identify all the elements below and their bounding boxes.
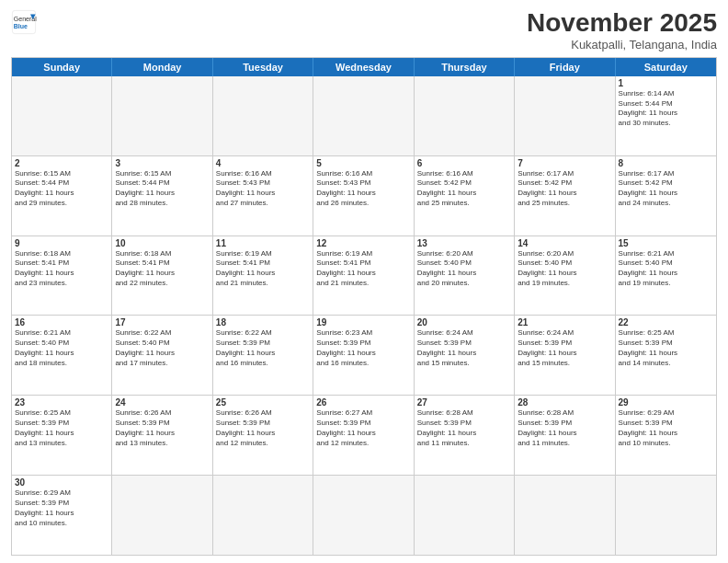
day-number: 17 bbox=[115, 317, 209, 327]
page: General Blue November 2025 Kukatpalli, T… bbox=[0, 0, 728, 563]
day-info: Sunrise: 6:25 AM Sunset: 5:39 PM Dayligh… bbox=[619, 328, 713, 368]
day-info: Sunrise: 6:14 AM Sunset: 5:44 PM Dayligh… bbox=[619, 89, 713, 129]
day-number: 14 bbox=[518, 238, 611, 248]
day-info: Sunrise: 6:20 AM Sunset: 5:40 PM Dayligh… bbox=[518, 249, 611, 289]
day-info: Sunrise: 6:24 AM Sunset: 5:39 PM Dayligh… bbox=[518, 328, 611, 368]
day-number: 19 bbox=[316, 317, 410, 327]
calendar-row-4: 23Sunrise: 6:25 AM Sunset: 5:39 PM Dayli… bbox=[12, 396, 716, 476]
day-info: Sunrise: 6:22 AM Sunset: 5:40 PM Dayligh… bbox=[115, 328, 209, 368]
header-day-saturday: Saturday bbox=[616, 58, 716, 76]
calendar-cell bbox=[415, 76, 515, 155]
day-number: 10 bbox=[115, 238, 209, 248]
calendar-cell: 30Sunrise: 6:29 AM Sunset: 5:39 PM Dayli… bbox=[12, 476, 112, 555]
calendar-cell: 27Sunrise: 6:28 AM Sunset: 5:39 PM Dayli… bbox=[415, 396, 515, 475]
calendar-cell bbox=[12, 76, 112, 155]
day-number: 24 bbox=[115, 397, 209, 408]
calendar-cell: 19Sunrise: 6:23 AM Sunset: 5:39 PM Dayli… bbox=[313, 316, 414, 395]
calendar-header: SundayMondayTuesdayWednesdayThursdayFrid… bbox=[12, 58, 716, 76]
header-day-monday: Monday bbox=[112, 58, 212, 76]
calendar-cell: 2Sunrise: 6:15 AM Sunset: 5:44 PM Daylig… bbox=[12, 156, 112, 236]
day-number: 28 bbox=[518, 397, 611, 408]
day-number: 6 bbox=[417, 158, 511, 168]
day-number: 8 bbox=[619, 158, 713, 168]
calendar-cell bbox=[415, 476, 515, 555]
calendar-row-2: 9Sunrise: 6:18 AM Sunset: 5:41 PM Daylig… bbox=[12, 236, 716, 316]
calendar-cell bbox=[112, 76, 212, 155]
day-info: Sunrise: 6:18 AM Sunset: 5:41 PM Dayligh… bbox=[115, 249, 209, 289]
day-info: Sunrise: 6:17 AM Sunset: 5:42 PM Dayligh… bbox=[619, 169, 713, 209]
calendar-cell bbox=[213, 76, 313, 155]
header: General Blue November 2025 Kukatpalli, T… bbox=[11, 9, 717, 52]
day-number: 7 bbox=[518, 158, 611, 168]
header-day-friday: Friday bbox=[515, 58, 615, 76]
calendar-cell: 9Sunrise: 6:18 AM Sunset: 5:41 PM Daylig… bbox=[12, 236, 112, 316]
day-info: Sunrise: 6:16 AM Sunset: 5:42 PM Dayligh… bbox=[417, 169, 511, 209]
header-day-tuesday: Tuesday bbox=[213, 58, 313, 76]
day-number: 23 bbox=[15, 397, 108, 408]
calendar-body: 1Sunrise: 6:14 AM Sunset: 5:44 PM Daylig… bbox=[12, 76, 716, 555]
day-info: Sunrise: 6:20 AM Sunset: 5:40 PM Dayligh… bbox=[417, 249, 511, 289]
header-day-sunday: Sunday bbox=[12, 58, 112, 76]
day-number: 22 bbox=[619, 317, 713, 327]
day-number: 27 bbox=[417, 397, 511, 408]
calendar-cell bbox=[213, 476, 313, 555]
day-info: Sunrise: 6:26 AM Sunset: 5:39 PM Dayligh… bbox=[115, 408, 209, 448]
day-info: Sunrise: 6:16 AM Sunset: 5:43 PM Dayligh… bbox=[216, 169, 310, 209]
calendar-cell: 4Sunrise: 6:16 AM Sunset: 5:43 PM Daylig… bbox=[213, 156, 313, 236]
calendar-cell: 11Sunrise: 6:19 AM Sunset: 5:41 PM Dayli… bbox=[213, 236, 313, 316]
calendar-cell: 23Sunrise: 6:25 AM Sunset: 5:39 PM Dayli… bbox=[12, 396, 112, 475]
calendar-cell bbox=[313, 476, 414, 555]
calendar-cell: 20Sunrise: 6:24 AM Sunset: 5:39 PM Dayli… bbox=[415, 316, 515, 395]
day-info: Sunrise: 6:21 AM Sunset: 5:40 PM Dayligh… bbox=[15, 328, 108, 368]
day-info: Sunrise: 6:19 AM Sunset: 5:41 PM Dayligh… bbox=[216, 249, 310, 289]
day-number: 25 bbox=[216, 397, 310, 408]
day-number: 2 bbox=[15, 158, 108, 168]
day-number: 21 bbox=[518, 317, 611, 327]
day-number: 20 bbox=[417, 317, 511, 327]
calendar-cell: 29Sunrise: 6:29 AM Sunset: 5:39 PM Dayli… bbox=[616, 396, 716, 475]
header-day-thursday: Thursday bbox=[415, 58, 515, 76]
day-info: Sunrise: 6:29 AM Sunset: 5:39 PM Dayligh… bbox=[619, 408, 713, 448]
logo: General Blue bbox=[11, 9, 37, 35]
day-number: 11 bbox=[216, 238, 310, 248]
day-info: Sunrise: 6:26 AM Sunset: 5:39 PM Dayligh… bbox=[216, 408, 310, 448]
header-day-wednesday: Wednesday bbox=[313, 58, 414, 76]
calendar-cell: 21Sunrise: 6:24 AM Sunset: 5:39 PM Dayli… bbox=[515, 316, 615, 395]
title-block: November 2025 Kukatpalli, Telangana, Ind… bbox=[527, 9, 717, 52]
calendar-cell: 17Sunrise: 6:22 AM Sunset: 5:40 PM Dayli… bbox=[112, 316, 212, 395]
calendar-cell: 1Sunrise: 6:14 AM Sunset: 5:44 PM Daylig… bbox=[616, 76, 716, 155]
day-info: Sunrise: 6:18 AM Sunset: 5:41 PM Dayligh… bbox=[15, 249, 108, 289]
svg-text:Blue: Blue bbox=[14, 23, 28, 29]
calendar-cell: 16Sunrise: 6:21 AM Sunset: 5:40 PM Dayli… bbox=[12, 316, 112, 395]
calendar-cell: 15Sunrise: 6:21 AM Sunset: 5:40 PM Dayli… bbox=[616, 236, 716, 316]
day-number: 12 bbox=[316, 238, 410, 248]
calendar-cell bbox=[313, 76, 414, 155]
day-info: Sunrise: 6:25 AM Sunset: 5:39 PM Dayligh… bbox=[15, 408, 108, 448]
calendar-row-1: 2Sunrise: 6:15 AM Sunset: 5:44 PM Daylig… bbox=[12, 156, 716, 236]
calendar-cell bbox=[112, 476, 212, 555]
calendar-cell: 12Sunrise: 6:19 AM Sunset: 5:41 PM Dayli… bbox=[313, 236, 414, 316]
calendar-cell: 10Sunrise: 6:18 AM Sunset: 5:41 PM Dayli… bbox=[112, 236, 212, 316]
calendar-cell: 18Sunrise: 6:22 AM Sunset: 5:39 PM Dayli… bbox=[213, 316, 313, 395]
day-number: 1 bbox=[619, 78, 713, 88]
day-number: 3 bbox=[115, 158, 209, 168]
day-number: 13 bbox=[417, 238, 511, 248]
calendar-row-3: 16Sunrise: 6:21 AM Sunset: 5:40 PM Dayli… bbox=[12, 316, 716, 396]
day-info: Sunrise: 6:24 AM Sunset: 5:39 PM Dayligh… bbox=[417, 328, 511, 368]
day-info: Sunrise: 6:15 AM Sunset: 5:44 PM Dayligh… bbox=[15, 169, 108, 209]
day-number: 16 bbox=[15, 317, 108, 327]
day-info: Sunrise: 6:15 AM Sunset: 5:44 PM Dayligh… bbox=[115, 169, 209, 209]
calendar-cell bbox=[515, 76, 615, 155]
calendar-cell: 14Sunrise: 6:20 AM Sunset: 5:40 PM Dayli… bbox=[515, 236, 615, 316]
calendar-cell: 25Sunrise: 6:26 AM Sunset: 5:39 PM Dayli… bbox=[213, 396, 313, 475]
calendar-cell: 8Sunrise: 6:17 AM Sunset: 5:42 PM Daylig… bbox=[616, 156, 716, 236]
day-info: Sunrise: 6:27 AM Sunset: 5:39 PM Dayligh… bbox=[316, 408, 410, 448]
calendar-cell: 28Sunrise: 6:28 AM Sunset: 5:39 PM Dayli… bbox=[515, 396, 615, 475]
subtitle: Kukatpalli, Telangana, India bbox=[527, 38, 717, 52]
calendar-cell: 24Sunrise: 6:26 AM Sunset: 5:39 PM Dayli… bbox=[112, 396, 212, 475]
calendar-cell bbox=[616, 476, 716, 555]
day-info: Sunrise: 6:16 AM Sunset: 5:43 PM Dayligh… bbox=[316, 169, 410, 209]
day-info: Sunrise: 6:29 AM Sunset: 5:39 PM Dayligh… bbox=[15, 488, 108, 528]
day-number: 15 bbox=[619, 238, 713, 248]
calendar-row-0: 1Sunrise: 6:14 AM Sunset: 5:44 PM Daylig… bbox=[12, 76, 716, 156]
